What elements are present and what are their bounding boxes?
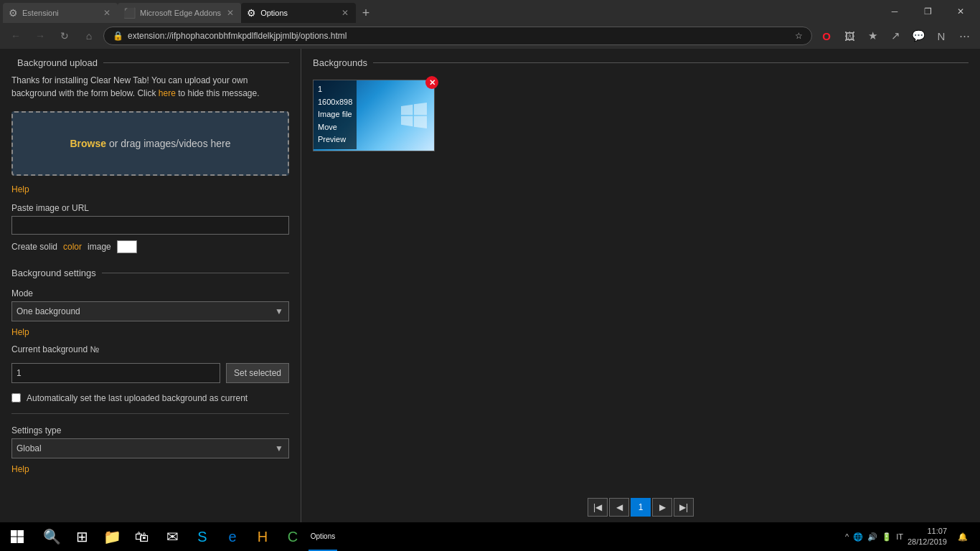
divider (11, 413, 289, 414)
browse-text: Browse or drag images/videos here (70, 138, 230, 149)
tab-title-edge: Microsoft Edge Addons (140, 9, 221, 17)
page-last-button[interactable]: ▶| (674, 498, 694, 517)
taskbar: 🔍 ⊞ 📁 🛍 ✉ S e H C Options ^ 🌐 🔊 🔋 IT 11:… (0, 522, 980, 551)
favorites-icon[interactable]: ★ (862, 26, 882, 46)
collections-icon[interactable]: 🖼 (839, 26, 859, 46)
taskbar-task-view[interactable]: ⊞ (67, 522, 96, 551)
forward-button[interactable]: → (30, 26, 50, 46)
dropzone-rest-text: or drag images/videos here (106, 138, 231, 149)
tab-extensions[interactable]: ⚙ Estensioni ✕ (3, 3, 118, 23)
bg-thumb-type: Image file (318, 108, 352, 121)
drop-zone[interactable]: Browse or drag images/videos here (11, 111, 289, 176)
backgrounds-title: Backgrounds (313, 57, 367, 68)
taskbar-mail[interactable]: ✉ (158, 522, 187, 551)
windows-logo-icon (401, 103, 427, 128)
notification-icon[interactable]: 🔔 (951, 522, 974, 551)
tray-network-icon[interactable]: 🌐 (853, 532, 863, 542)
taskbar-options-label: Options (311, 532, 335, 540)
tab-favicon-edge: ⬛ (123, 7, 136, 19)
maximize-button[interactable]: ❐ (911, 0, 944, 23)
upload-info-link[interactable]: here (159, 88, 176, 98)
share-icon[interactable]: ↗ (885, 26, 905, 46)
help-link-2[interactable]: Help (0, 324, 301, 340)
section-line-2 (102, 273, 289, 273)
settings-type-select-wrapper: Global Per site ▼ (11, 438, 289, 458)
browse-link[interactable]: Browse (70, 138, 106, 149)
page-next-button[interactable]: ▶ (652, 498, 672, 517)
page-prev-button[interactable]: ◀ (609, 498, 629, 517)
profile-icon[interactable]: N (931, 26, 951, 46)
back-button[interactable]: ← (6, 26, 26, 46)
bg-thumb-num: 1 (318, 83, 352, 96)
taskbar-edge[interactable]: e (218, 522, 247, 551)
svg-rect-0 (11, 530, 17, 537)
auto-checkbox[interactable] (11, 393, 21, 402)
url-text: extension://ifphophaconbhfmkpdlfldelkjpj… (128, 31, 791, 41)
tray-volume-icon[interactable]: 🔊 (867, 532, 877, 542)
new-tab-button[interactable]: + (356, 3, 376, 23)
bg-thumbnail-1[interactable]: ✕ 1 1600x898 Image file Move Preview (313, 80, 435, 151)
solid-color-link[interactable]: color (63, 242, 82, 252)
taskbar-options-app[interactable]: Options (308, 522, 337, 551)
taskbar-htnovo[interactable]: H (248, 522, 277, 551)
taskbar-skype[interactable]: S (188, 522, 217, 551)
solid-label-image: image (88, 242, 111, 252)
mode-select-wrapper: One background Slideshow Random ▼ (11, 301, 289, 321)
url-bar[interactable]: 🔒 extension://ifphophaconbhfmkpdlfldelkj… (103, 27, 812, 45)
feedback-icon[interactable]: 💬 (908, 26, 928, 46)
start-button[interactable] (0, 522, 34, 551)
taskbar-clock[interactable]: 11:07 28/12/2019 (908, 526, 947, 548)
bg-thumb-move[interactable]: Move (318, 121, 352, 134)
home-button[interactable]: ⌂ (79, 26, 99, 46)
window-controls: ─ ❐ ✕ (878, 0, 977, 23)
solid-label-create: Create solid (11, 242, 57, 252)
backgrounds-header: Backgrounds (301, 49, 980, 74)
tab-favicon-options: ⚙ (247, 7, 256, 19)
left-panel: Background upload Thanks for installing … (0, 49, 301, 522)
help-link-3[interactable]: Help (0, 461, 301, 477)
section-line (103, 62, 289, 63)
paste-input[interactable] (11, 216, 289, 235)
menu-button[interactable]: ⋯ (954, 26, 974, 46)
bg-thumb-preview[interactable]: Preview (318, 133, 352, 146)
page-first-button[interactable]: |◀ (588, 498, 608, 517)
taskbar-file-explorer[interactable]: 📁 (98, 522, 126, 551)
tray-lang-icon[interactable]: IT (896, 532, 903, 541)
tab-edge-addons[interactable]: ⬛ Microsoft Edge Addons ✕ (118, 3, 241, 23)
help-link-1[interactable]: Help (0, 182, 301, 197)
settings-type-select[interactable]: Global Per site (11, 438, 289, 458)
tab-close-extensions[interactable]: ✕ (102, 8, 112, 18)
taskbar-search[interactable]: 🔍 (37, 522, 66, 551)
page-current-button[interactable]: 1 (631, 498, 651, 517)
refresh-button[interactable]: ↻ (55, 26, 75, 46)
tray-battery-icon[interactable]: 🔋 (882, 532, 892, 542)
mode-label: Mode (0, 284, 301, 301)
taskbar-icons: 🔍 ⊞ 📁 🛍 ✉ S e H C Options (34, 522, 340, 551)
backgrounds-grid: ✕ 1 1600x898 Image file Move Preview (301, 74, 980, 492)
upload-info: Thanks for installing Clear New Tab! You… (0, 74, 301, 105)
bg-thumbnail-close-1[interactable]: ✕ (425, 76, 438, 89)
mode-select[interactable]: One background Slideshow Random (11, 301, 289, 321)
tray-chevron-icon[interactable]: ^ (845, 532, 849, 541)
tab-close-edge[interactable]: ✕ (225, 8, 235, 18)
current-bg-input[interactable] (11, 363, 220, 383)
color-swatch[interactable] (117, 240, 137, 253)
paste-label: Paste image or URL (0, 197, 301, 216)
upload-info-suffix: to hide this message. (178, 88, 259, 98)
tab-bar: ⚙ Estensioni ✕ ⬛ Microsoft Edge Addons ✕… (3, 0, 878, 23)
taskbar-store[interactable]: 🛍 (128, 522, 156, 551)
section-line-3 (373, 62, 969, 63)
set-selected-button[interactable]: Set selected (226, 363, 289, 383)
auto-checkbox-row: Automatically set the last uploaded back… (0, 389, 301, 408)
minimize-button[interactable]: ─ (878, 0, 911, 23)
star-icon[interactable]: ☆ (795, 31, 803, 41)
bg-settings-title: Background settings (11, 268, 96, 278)
tab-options[interactable]: ⚙ Options ✕ (241, 3, 356, 23)
toolbar-icons: O 🖼 ★ ↗ 💬 N ⋯ (816, 26, 974, 46)
opera-icon[interactable]: O (816, 26, 837, 46)
tab-favicon-extensions: ⚙ (9, 7, 18, 19)
lock-icon: 🔒 (113, 31, 123, 41)
tab-close-options[interactable]: ✕ (340, 8, 350, 18)
taskbar-app1[interactable]: C (278, 522, 307, 551)
close-button[interactable]: ✕ (944, 0, 977, 23)
